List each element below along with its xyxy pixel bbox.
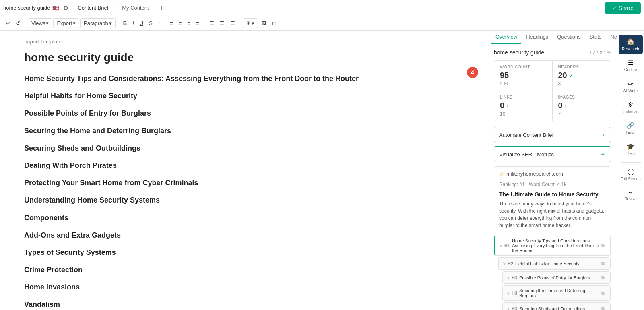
images-label: IMAGES — [558, 95, 605, 99]
copy-icon[interactable]: ⧉ — [600, 290, 606, 297]
views-dropdown[interactable]: Views ▾ — [28, 18, 52, 28]
topbar: home security guide 🇺🇸 ⚙ Content Brief M… — [0, 0, 644, 16]
search-count: 17 / 20 ✏ — [589, 50, 611, 56]
links-sub: 10 — [500, 111, 547, 117]
heading-item[interactable]: Securing the Home and Deterring Burglars — [24, 126, 464, 136]
toolbar-divider-2 — [118, 19, 118, 27]
import-template-link[interactable]: Import Template — [24, 39, 464, 45]
strip-item-outline[interactable]: ☰ Outline — [619, 56, 643, 75]
chevron-icon[interactable]: ∨ — [507, 291, 510, 296]
copy-icon[interactable]: ⧉ — [600, 305, 606, 310]
outline-icon: ☰ — [628, 59, 633, 66]
outline-item-h3-sheds: ∨ H3 Securing Sheds and Outbuildings ⧉ — [502, 302, 611, 310]
image-button[interactable]: 🖼 — [259, 19, 269, 28]
arrow-right-icon: → — [599, 131, 606, 138]
underline-button[interactable]: U — [137, 19, 146, 28]
outline-item-h1: ∨ H1 Home Security Tips and Consideratio… — [494, 236, 611, 256]
editor-area[interactable]: Import Template 4 home security guide Ho… — [0, 31, 488, 310]
tab-add-button[interactable]: + — [157, 3, 167, 13]
heading-item[interactable]: Possible Points of Entry for Burglars — [24, 108, 464, 118]
dedent-button[interactable]: ≡ — [194, 19, 202, 28]
right-panel: Overview Headings Questions Stats News W… — [488, 31, 617, 310]
serp-title: The Ultimate Guide to Home Security — [494, 190, 611, 200]
strip-item-ai-write[interactable]: ✏ AI Write — [619, 77, 643, 96]
headers-value: 20 ✓ — [558, 71, 605, 80]
strip-item-help[interactable]: 🎓 Help — [619, 140, 643, 159]
number-list-button[interactable]: ☰ — [217, 19, 227, 28]
tab-content-brief[interactable]: Content Brief — [72, 2, 114, 14]
export-dropdown[interactable]: Export ▾ — [53, 18, 79, 28]
strip-item-links[interactable]: 🔗 Links — [619, 119, 643, 138]
chevron-icon[interactable]: ∨ — [507, 306, 510, 310]
italic2-button[interactable]: I — [156, 19, 162, 28]
heading-item[interactable]: Protecting Your Smart Home from Cyber Cr… — [24, 178, 464, 188]
heading-item[interactable]: Vandalism — [24, 300, 464, 310]
embed-button[interactable]: ◻ — [270, 19, 279, 28]
heading-item[interactable]: Home Security Tips and Considerations: A… — [24, 74, 464, 84]
strip-item-research[interactable]: 🏠 Research — [619, 35, 643, 54]
heading-item[interactable]: Crime Protection — [24, 265, 464, 275]
check-list-button[interactable]: ☰ — [228, 19, 237, 28]
visualize-serp-action[interactable]: Visualize SERP Metrics → — [494, 146, 611, 162]
heading-item[interactable]: Securing Sheds and Outbuildings — [24, 143, 464, 153]
toolbar-divider-3 — [165, 19, 165, 27]
word-count-cell: WORD COUNT 95 ↑ 2.8k — [494, 61, 553, 91]
logo-text: home security guide — [3, 5, 50, 11]
copy-icon[interactable]: ⧉ — [600, 242, 606, 249]
chevron-icon[interactable]: ∨ — [500, 244, 502, 248]
align-left-button[interactable]: ≡ — [167, 19, 175, 28]
links-label: LINKS — [500, 95, 547, 99]
logo-title: home security guide 🇺🇸 ⚙ — [3, 4, 70, 12]
paragraph-dropdown[interactable]: Paragraph ▾ — [80, 18, 116, 28]
outline-label: ∨ H3 Securing the Home and Deterring Bur… — [507, 288, 600, 298]
share-button[interactable]: ↗ Share — [605, 2, 641, 14]
tab-my-content[interactable]: My Content — [116, 2, 155, 14]
copy-icon[interactable]: ⧉ — [600, 274, 606, 281]
heading-item[interactable]: Add-Ons and Extra Gadgets — [24, 230, 464, 240]
toolbar-divider-5 — [240, 19, 240, 27]
heading-item[interactable]: Dealing With Porch Pirates — [24, 161, 464, 171]
tab-overview[interactable]: Overview — [491, 31, 521, 44]
links-up-icon: ↑ — [506, 103, 508, 109]
tab-news[interactable]: News — [606, 31, 617, 44]
headers-check-icon: ✓ — [569, 72, 574, 79]
serp-header: ☆ militaryhomesearch.com — [494, 167, 611, 181]
automate-brief-action[interactable]: Automate Content Brief → — [494, 127, 611, 143]
serp-description: There are many ways to boost your home's… — [494, 200, 611, 233]
table-dropdown[interactable]: ⊞ ▾ — [243, 18, 258, 28]
bold-button[interactable]: B — [121, 19, 129, 28]
word-count-value: 95 ↑ — [500, 71, 547, 80]
toolbar: ↩ ↺ Views ▾ Export ▾ Paragraph ▾ B I U S… — [0, 16, 644, 31]
undo-button[interactable]: ↩ — [3, 19, 12, 28]
chevron-icon[interactable]: ∨ — [507, 275, 510, 280]
chevron-down-icon-4: ▾ — [252, 20, 254, 26]
italic-button[interactable]: I — [130, 19, 136, 28]
indent-button[interactable]: ≡ — [185, 19, 193, 28]
strikethrough-button[interactable]: S — [147, 19, 155, 28]
redo-button[interactable]: ↺ — [13, 19, 23, 28]
tab-stats[interactable]: Stats — [586, 31, 606, 44]
heading-item[interactable]: Understanding Home Security Systems — [24, 195, 464, 205]
bullet-list-button[interactable]: ☰ — [207, 19, 217, 28]
heading-item[interactable]: Components — [24, 213, 464, 223]
strip-item-fullscreen[interactable]: ⛶ Full Screen — [619, 166, 643, 184]
gear-button[interactable]: ⚙ — [62, 4, 70, 12]
align-center-button[interactable]: ≡ — [176, 19, 184, 28]
toolbar-divider-4 — [204, 19, 204, 27]
table-icon: ⊞ — [246, 20, 251, 26]
tab-questions[interactable]: Questions — [553, 31, 585, 44]
heading-item[interactable]: Home Invasions — [24, 282, 464, 292]
panel-nav: Overview Headings Questions Stats News W… — [488, 31, 617, 44]
tab-headings[interactable]: Headings — [522, 31, 552, 44]
optimize-icon: ⚙ — [628, 101, 633, 108]
word-count-up-icon: ↑ — [510, 73, 513, 79]
heading-item[interactable]: Types of Security Systems — [24, 248, 464, 258]
strip-item-optimize[interactable]: ⚙ Optimize — [619, 98, 643, 117]
outline-label: ∨ H1 Home Security Tips and Consideratio… — [500, 238, 600, 253]
document-title[interactable]: home security guide — [24, 51, 464, 64]
copy-icon[interactable]: ⧉ — [600, 260, 606, 267]
chevron-icon[interactable]: ∨ — [503, 261, 506, 266]
strip-item-resize[interactable]: ↔ Resize — [619, 186, 643, 205]
heading-item[interactable]: Helpful Habits for Home Security — [24, 91, 464, 101]
edit-icon[interactable]: ✏ — [607, 50, 611, 55]
